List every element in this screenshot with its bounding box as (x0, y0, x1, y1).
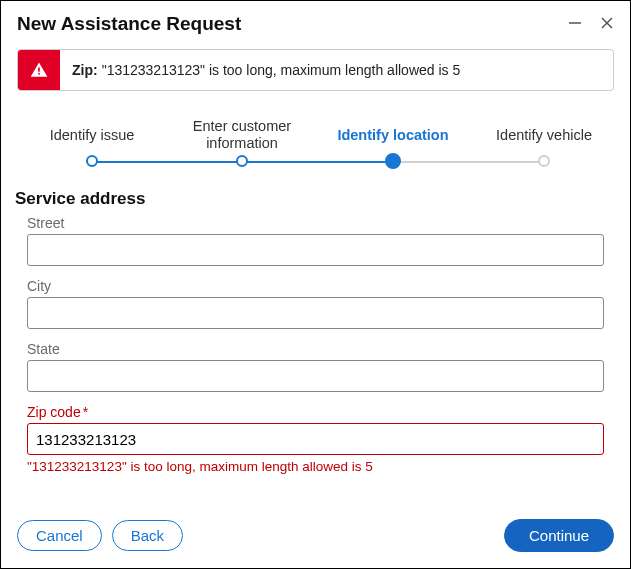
zip-label: Zip code* (27, 404, 604, 420)
street-input[interactable] (27, 234, 604, 266)
step-dot-4 (538, 155, 550, 167)
title-actions (568, 16, 614, 33)
field-state: State (27, 341, 604, 392)
step-dot-1 (86, 155, 98, 167)
footer: Cancel Back Continue (1, 505, 630, 568)
field-zip: Zip code* "131233213123" is too long, ma… (27, 404, 604, 474)
city-input[interactable] (27, 297, 604, 329)
city-label: City (27, 278, 604, 294)
step-dot-2 (236, 155, 248, 167)
step-identify-issue[interactable]: Identify issue (50, 127, 135, 144)
minimize-icon[interactable] (568, 16, 582, 33)
modal-title: New Assistance Request (17, 13, 241, 35)
continue-button[interactable]: Continue (504, 519, 614, 552)
state-label: State (27, 341, 604, 357)
step-identify-location[interactable]: Identify location (337, 127, 448, 144)
field-street: Street (27, 215, 604, 266)
back-button[interactable]: Back (112, 520, 183, 551)
required-asterisk: * (83, 404, 88, 420)
zip-input[interactable] (27, 423, 604, 455)
error-alert: Zip: "131233213123" is too long, maximum… (17, 49, 614, 91)
svg-rect-3 (38, 68, 40, 72)
street-label: Street (27, 215, 604, 231)
step-enter-customer-info[interactable]: Enter customer information (193, 118, 291, 151)
alert-field-label: Zip: (72, 62, 98, 78)
cancel-button[interactable]: Cancel (17, 520, 102, 551)
modal-new-assistance-request: New Assistance Request Zip: "13123321312… (0, 0, 631, 569)
close-icon[interactable] (600, 16, 614, 33)
service-address-form: Street City State Zip code* "13123321312… (1, 215, 630, 486)
section-title: Service address (15, 189, 616, 209)
alert-message: "131233213123" is too long, maximum leng… (102, 62, 461, 78)
stepper-line-pending (393, 161, 544, 163)
titlebar: New Assistance Request (1, 1, 630, 43)
state-input[interactable] (27, 360, 604, 392)
step-dot-3 (385, 153, 401, 169)
stepper: Identify issue Enter customer informatio… (17, 115, 614, 173)
svg-rect-4 (38, 73, 40, 75)
step-identify-vehicle[interactable]: Identify vehicle (496, 127, 592, 144)
alert-warning-icon (18, 50, 60, 90)
alert-text: Zip: "131233213123" is too long, maximum… (60, 50, 472, 90)
field-city: City (27, 278, 604, 329)
zip-error-message: "131233213123" is too long, maximum leng… (27, 459, 604, 474)
